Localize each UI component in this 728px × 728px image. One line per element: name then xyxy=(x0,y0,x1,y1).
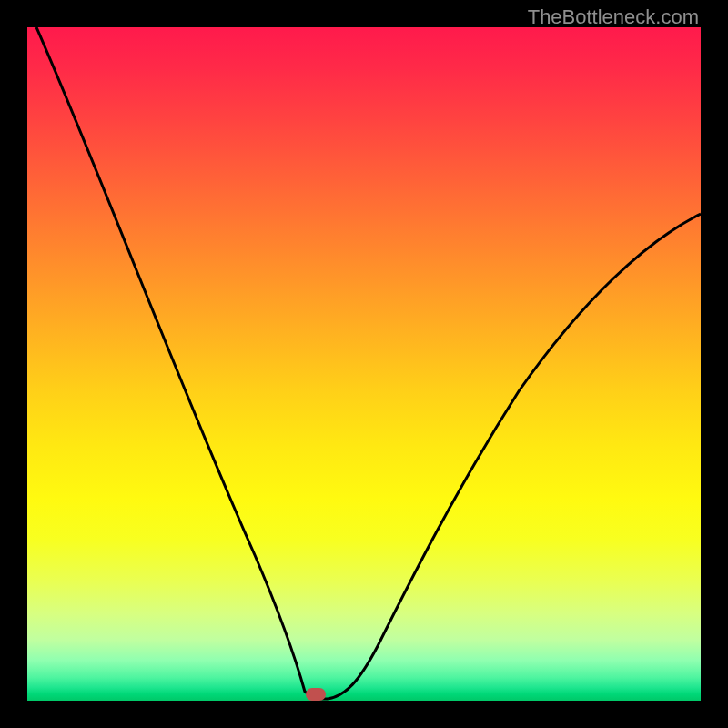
chart-plot-area xyxy=(27,27,701,701)
outer-frame: TheBottleneck.com xyxy=(0,0,728,728)
curve-right-branch xyxy=(328,214,701,699)
curve-left-branch xyxy=(36,27,328,699)
bottleneck-curve xyxy=(27,27,701,701)
optimal-point-marker xyxy=(306,688,326,701)
watermark-text: TheBottleneck.com xyxy=(528,5,699,29)
